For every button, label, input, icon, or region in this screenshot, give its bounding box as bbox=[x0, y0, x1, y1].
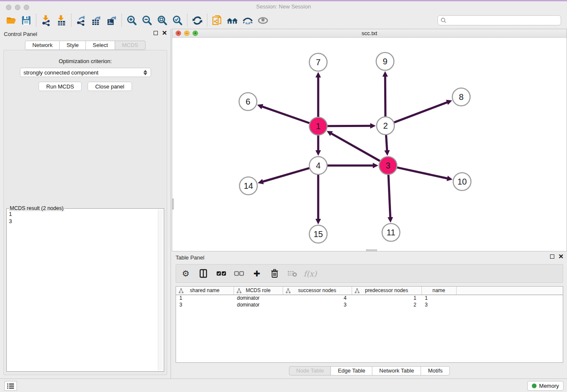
graph-edge-3-11[interactable] bbox=[388, 175, 391, 218]
canvas-splitter-bottom[interactable] bbox=[366, 249, 377, 251]
import-table-button[interactable] bbox=[54, 13, 69, 28]
table-cell[interactable]: 1 bbox=[352, 295, 421, 301]
export-network-button[interactable] bbox=[74, 13, 89, 28]
table-panel-header: Table Panel ✕ bbox=[172, 252, 567, 263]
optimization-criterion-label: Optimization criterion: bbox=[4, 58, 167, 64]
table-cell[interactable]: 3 bbox=[421, 301, 456, 308]
status-bar: Memory bbox=[0, 378, 567, 392]
table-options-button[interactable]: ⚙ bbox=[180, 268, 191, 279]
export-image-button[interactable] bbox=[104, 13, 119, 28]
column-header-predecessor-nodes[interactable]: predecessor nodes bbox=[352, 287, 421, 295]
task-history-button[interactable] bbox=[4, 381, 17, 391]
mcds-tab-content: Optimization criterion: strongly connect… bbox=[3, 50, 167, 375]
gear-icon: ⚙ bbox=[182, 268, 190, 279]
graph-edge-arrow bbox=[373, 163, 378, 168]
hide-eye-icon bbox=[242, 15, 253, 26]
fx-icon: f(x) bbox=[304, 269, 317, 278]
close-panel-button[interactable]: Close panel bbox=[88, 82, 132, 91]
apply-layout-button[interactable] bbox=[190, 13, 205, 28]
graph-edge-arrow bbox=[370, 123, 376, 129]
tab-style[interactable]: Style bbox=[59, 41, 86, 50]
tab-network-table[interactable]: Network Table bbox=[372, 366, 421, 375]
table-cell[interactable]: dominator bbox=[234, 301, 283, 308]
table-tabs: Node Table Edge Table Network Table Moti… bbox=[172, 366, 567, 375]
graph-edge-2-9[interactable] bbox=[385, 76, 385, 116]
show-all-button[interactable] bbox=[255, 13, 270, 28]
tab-select[interactable]: Select bbox=[85, 41, 115, 50]
open-session-button[interactable] bbox=[3, 13, 19, 28]
table-cell[interactable]: dominator bbox=[234, 295, 283, 301]
memory-label: Memory bbox=[539, 383, 559, 389]
create-column-button[interactable]: ✚ bbox=[251, 268, 262, 279]
run-mcds-button[interactable]: Run MCDS bbox=[39, 82, 82, 91]
export-image-icon bbox=[106, 15, 118, 26]
table-cell[interactable]: 1 bbox=[421, 295, 456, 301]
network-view-window: × − + scc.txt 7968124314101511 bbox=[172, 29, 567, 251]
graph-edge-1-6[interactable] bbox=[261, 106, 309, 123]
table-cell[interactable]: 4 bbox=[283, 295, 352, 301]
function-builder-button[interactable]: f(x) bbox=[305, 268, 316, 279]
graph-node-label: 4 bbox=[316, 161, 320, 170]
table-row[interactable]: 3dominator323 bbox=[176, 301, 563, 308]
graph-edge-3-10[interactable] bbox=[397, 168, 448, 179]
table-cell[interactable]: 3 bbox=[283, 301, 352, 308]
toolbar-separator bbox=[207, 14, 207, 27]
tab-network[interactable]: Network bbox=[25, 41, 60, 50]
graph-node-label: 2 bbox=[383, 121, 388, 130]
deselect-all-icon bbox=[234, 270, 244, 277]
graph-edge-4-14[interactable] bbox=[262, 168, 309, 182]
zoom-fit-button[interactable] bbox=[154, 13, 170, 28]
graph-edge-2-8[interactable] bbox=[394, 102, 448, 122]
column-header-mcds-role[interactable]: MCDS role bbox=[234, 287, 283, 295]
zoom-in-button[interactable] bbox=[124, 13, 139, 28]
table-row[interactable]: 1dominator411 bbox=[176, 295, 563, 301]
delete-table-button[interactable] bbox=[287, 268, 298, 279]
column-header-shared-name[interactable]: shared name bbox=[176, 287, 234, 295]
result-scrollbar[interactable] bbox=[158, 210, 163, 370]
node-table-body: 1dominator4113dominator323 bbox=[176, 295, 563, 308]
column-header-name[interactable]: name bbox=[421, 287, 456, 295]
import-network-icon bbox=[41, 15, 52, 26]
criterion-select[interactable]: strongly connected component bbox=[20, 68, 151, 77]
tab-motifs[interactable]: Motifs bbox=[421, 366, 450, 375]
network-graph[interactable]: 7968124314101511 bbox=[172, 38, 567, 251]
first-neighbors-button[interactable] bbox=[225, 13, 240, 28]
import-network-button[interactable] bbox=[39, 13, 54, 28]
zoom-selected-button[interactable] bbox=[170, 13, 185, 28]
network-titlebar: × − + scc.txt bbox=[172, 29, 567, 38]
column-header-successor-nodes[interactable]: successor nodes bbox=[283, 287, 352, 295]
float-panel-icon[interactable] bbox=[154, 31, 158, 35]
float-panel-icon[interactable] bbox=[550, 254, 554, 259]
close-panel-icon[interactable]: ✕ bbox=[558, 254, 564, 259]
table-cell[interactable]: 3 bbox=[176, 301, 234, 308]
close-panel-icon[interactable]: ✕ bbox=[162, 30, 167, 36]
graph-edge-2-3[interactable] bbox=[386, 135, 387, 151]
graph-node-label: 1 bbox=[316, 121, 320, 131]
search-box[interactable] bbox=[438, 15, 561, 25]
export-table-button[interactable] bbox=[89, 13, 104, 28]
columns-icon bbox=[199, 269, 208, 278]
new-network-from-selection-button[interactable] bbox=[209, 13, 225, 28]
zoom-out-button[interactable] bbox=[139, 13, 154, 28]
network-canvas[interactable]: 7968124314101511 bbox=[172, 38, 567, 251]
search-icon bbox=[440, 17, 446, 23]
tab-mcds[interactable]: MCDS bbox=[115, 41, 145, 50]
delete-columns-button[interactable] bbox=[269, 268, 280, 279]
graph-edge-arrow bbox=[446, 176, 452, 181]
graph-edge-3-1[interactable] bbox=[331, 133, 380, 161]
zoom-selected-icon bbox=[172, 15, 183, 26]
table-cell[interactable]: 2 bbox=[352, 301, 421, 308]
tab-edge-table[interactable]: Edge Table bbox=[330, 366, 372, 375]
graph-edge-1-2[interactable] bbox=[328, 126, 371, 126]
hide-selected-button[interactable] bbox=[240, 13, 255, 28]
memory-button[interactable]: Memory bbox=[527, 381, 564, 391]
table-cell[interactable]: 1 bbox=[176, 295, 234, 301]
mcds-result-text[interactable]: 1 3 bbox=[8, 210, 158, 370]
tab-node-table[interactable]: Node Table bbox=[289, 366, 331, 375]
save-session-button[interactable] bbox=[19, 13, 34, 28]
show-columns-button[interactable] bbox=[198, 268, 209, 279]
deselect-all-rows-button[interactable] bbox=[234, 268, 245, 279]
select-all-rows-button[interactable] bbox=[216, 268, 227, 279]
search-input[interactable] bbox=[446, 17, 558, 24]
canvas-splitter-left[interactable] bbox=[172, 199, 174, 210]
